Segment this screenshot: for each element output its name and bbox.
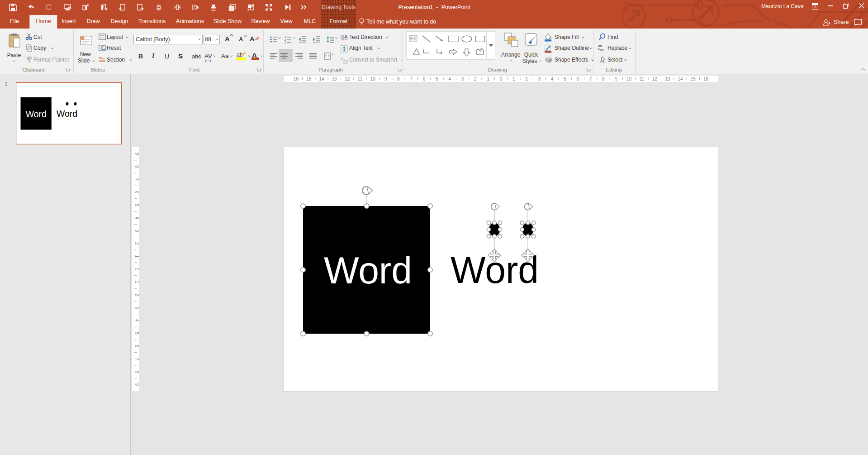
svg-text:5: 5 [564,77,566,81]
svg-text:6: 6 [577,77,579,81]
svg-text:16: 16 [294,77,299,81]
svg-text:9: 9 [615,77,618,81]
svg-text:ab: ab [598,44,602,48]
svg-text:7: 7 [134,178,139,181]
svg-text:13: 13 [665,77,670,81]
svg-text:8: 8 [134,165,139,168]
svg-text:9: 9 [134,153,139,155]
svg-text:11: 11 [358,77,363,81]
svg-text:Word: Word [324,249,412,292]
svg-text:11: 11 [640,77,645,81]
svg-text:ac: ac [600,48,604,52]
svg-text:4: 4 [134,216,139,219]
svg-text:6: 6 [134,345,139,348]
svg-text:4: 4 [448,77,451,81]
svg-text:13: 13 [332,77,337,81]
svg-text:5: 5 [134,204,139,206]
svg-text:Word: Word [26,109,47,119]
svg-text:0: 0 [134,268,139,271]
svg-text:15: 15 [691,77,696,81]
svg-text:10: 10 [626,77,632,81]
svg-text:3: 3 [538,77,541,81]
svg-text:8: 8 [397,77,400,81]
svg-text:2: 2 [474,77,477,81]
svg-text:4: 4 [551,77,554,81]
svg-text:7: 7 [410,77,413,81]
svg-text:14: 14 [319,77,324,81]
svg-text:7: 7 [589,77,592,81]
svg-text:12: 12 [345,77,350,81]
svg-text:6: 6 [134,191,139,194]
svg-text:3: 3 [134,230,139,232]
svg-text:3: 3 [134,307,139,309]
svg-text:A: A [344,34,348,39]
svg-text:Word: Word [57,108,77,119]
svg-text:2: 2 [134,242,139,245]
svg-text:3: 3 [285,41,286,44]
svg-text:16: 16 [703,77,709,81]
svg-text:2: 2 [134,293,139,296]
svg-text:14: 14 [678,77,683,81]
svg-text:6: 6 [423,77,426,81]
svg-text:4: 4 [134,319,139,322]
svg-text:9: 9 [134,383,139,386]
svg-text:1: 1 [134,255,139,258]
svg-text:5: 5 [436,77,438,81]
svg-text:12: 12 [652,77,658,81]
svg-text:9: 9 [384,77,387,81]
svg-text:3: 3 [461,77,464,81]
svg-text:8: 8 [602,77,605,81]
svg-text:1: 1 [134,281,139,283]
svg-text:0: 0 [500,77,503,81]
svg-text:7: 7 [134,358,139,360]
svg-text:15: 15 [306,77,312,81]
svg-text:8: 8 [134,370,139,373]
svg-text:1: 1 [512,77,515,81]
svg-text:10: 10 [370,77,376,81]
svg-text:5: 5 [134,332,139,335]
svg-text:1: 1 [487,77,489,81]
svg-text:2: 2 [525,77,528,81]
